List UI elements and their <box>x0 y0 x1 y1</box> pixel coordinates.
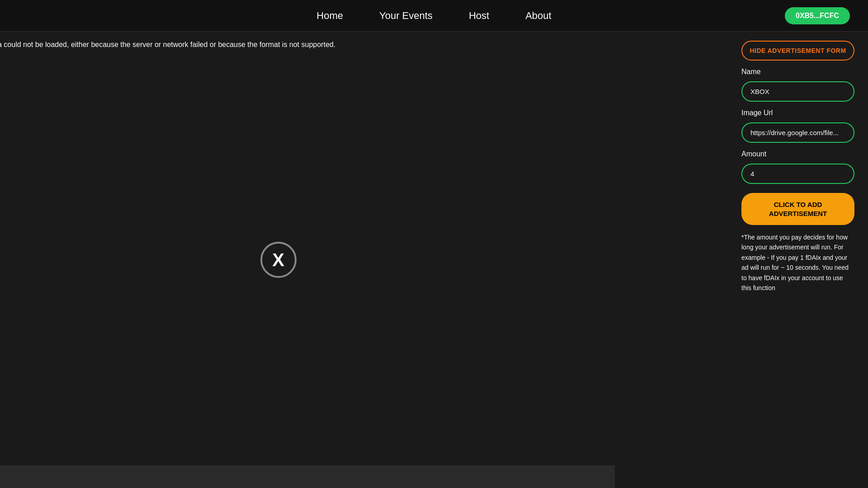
ad-sidebar: HIDE ADVERTISEMENT FORM Name Image Url A… <box>732 32 863 488</box>
nav-link-your-events[interactable]: Your Events <box>379 10 433 22</box>
navbar: Home Your Events Host About 0XB5...FCFC <box>0 0 868 32</box>
image-url-label: Image Url <box>741 109 854 117</box>
nav-link-about[interactable]: About <box>525 10 552 22</box>
ad-disclaimer: *The amount you pay decides for how long… <box>741 232 854 293</box>
hide-advertisement-form-button[interactable]: HIDE ADVERTISEMENT FORM <box>741 41 854 61</box>
x-icon: X <box>272 251 284 269</box>
video-placeholder: X <box>258 239 299 280</box>
wallet-button[interactable]: 0XB5...FCFC <box>785 7 850 24</box>
image-url-input[interactable] <box>741 122 854 143</box>
name-input[interactable] <box>741 81 854 102</box>
nav-link-host[interactable]: Host <box>469 10 489 22</box>
nav-links: Home Your Events Host About <box>316 10 551 22</box>
add-advertisement-button[interactable]: CLICK TO ADD ADVERTISEMENT <box>741 193 854 225</box>
bottom-bar <box>0 465 615 488</box>
amount-label: Amount <box>741 150 854 158</box>
x-icon-circle: X <box>260 242 297 278</box>
nav-link-home[interactable]: Home <box>316 10 343 22</box>
error-message: a could not be loaded, either because th… <box>0 32 732 49</box>
amount-input[interactable] <box>741 164 854 184</box>
video-area: a could not be loaded, either because th… <box>0 32 732 488</box>
main-content: a could not be loaded, either because th… <box>0 32 868 488</box>
name-label: Name <box>741 68 854 76</box>
